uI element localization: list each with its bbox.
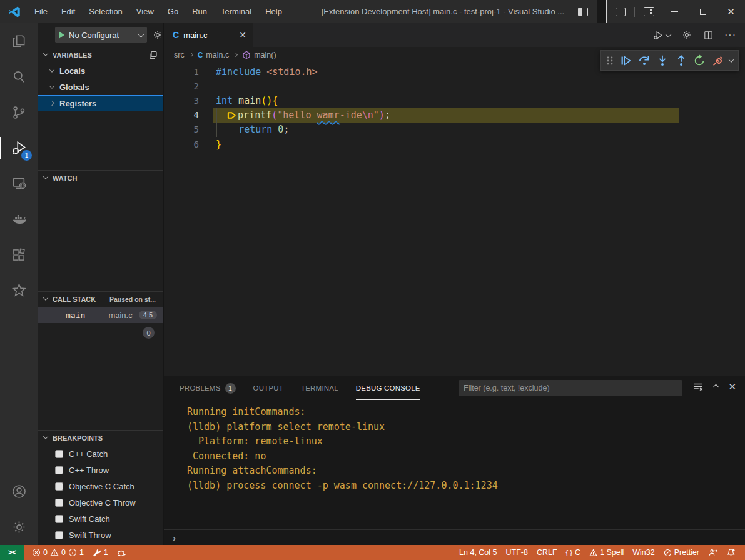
checkbox-unchecked[interactable] bbox=[55, 531, 63, 539]
tab-terminal[interactable]: TERMINAL bbox=[301, 376, 338, 400]
breadcrumb-folder[interactable]: src bbox=[174, 51, 185, 59]
breadcrumb-symbol[interactable]: main() bbox=[254, 51, 276, 59]
formatter-status[interactable]: Prettier bbox=[659, 545, 704, 560]
variables-header[interactable]: VARIABLES bbox=[38, 48, 163, 62]
breakpoint-row-objc-catch[interactable]: Objective C Catch bbox=[38, 478, 163, 494]
tab-problems[interactable]: PROBLEMS 1 bbox=[180, 376, 236, 400]
code-editor[interactable]: 1 #include <stdio.h> 2 3 int main(){ 4 p… bbox=[164, 62, 745, 376]
close-button[interactable]: ✕ bbox=[717, 0, 745, 23]
disconnect-button[interactable] bbox=[711, 54, 725, 68]
tab-close-icon[interactable]: ✕ bbox=[239, 30, 246, 40]
restart-button[interactable] bbox=[692, 54, 706, 68]
problems-label: PROBLEMS bbox=[180, 384, 221, 392]
explorer-icon[interactable] bbox=[0, 23, 38, 59]
copy-icon[interactable] bbox=[148, 50, 158, 60]
eol-indicator[interactable]: CRLF bbox=[532, 545, 562, 560]
search-icon[interactable] bbox=[0, 59, 38, 94]
step-over-button[interactable] bbox=[637, 54, 651, 68]
console-filter-input[interactable] bbox=[459, 380, 682, 396]
line-number[interactable]: 5 bbox=[164, 124, 216, 134]
watch-header[interactable]: WATCH bbox=[38, 171, 163, 186]
menu-selection[interactable]: Selection bbox=[82, 0, 129, 23]
menu-help[interactable]: Help bbox=[258, 0, 289, 23]
debug-console-input[interactable]: › bbox=[164, 529, 745, 545]
cursor-position[interactable]: Ln 4, Col 5 bbox=[455, 545, 501, 560]
remote-indicator[interactable]: >< bbox=[0, 545, 24, 560]
source-control-icon[interactable] bbox=[0, 94, 38, 130]
platform-indicator[interactable]: Win32 bbox=[628, 545, 659, 560]
code-token: ( bbox=[271, 109, 277, 121]
paused-status-label: Paused on st... bbox=[109, 296, 156, 303]
breakpoints-header[interactable]: BREAKPOINTS bbox=[38, 431, 163, 446]
checkbox-unchecked[interactable] bbox=[55, 482, 63, 491]
editor-settings-gear-icon[interactable] bbox=[681, 29, 692, 41]
breakpoint-row-swift-throw[interactable]: Swift Throw bbox=[38, 527, 163, 543]
line-number[interactable]: 4 bbox=[164, 110, 216, 120]
breakpoint-row-objc-throw[interactable]: Objective C Throw bbox=[38, 494, 163, 511]
problems-status[interactable]: 0 0 1 bbox=[28, 545, 88, 560]
run-or-debug-button[interactable] bbox=[652, 29, 671, 41]
run-and-debug-icon[interactable]: 1 bbox=[0, 130, 38, 166]
launch-config-gear-icon[interactable] bbox=[152, 29, 163, 41]
toggle-sidebar-icon[interactable] bbox=[578, 8, 588, 16]
variables-registers-row[interactable]: Registers bbox=[38, 95, 163, 111]
variables-locals-row[interactable]: Locals bbox=[38, 62, 163, 79]
call-stack-header[interactable]: CALL STACK Paused on st... bbox=[38, 292, 163, 307]
checkbox-unchecked[interactable] bbox=[55, 499, 63, 507]
debug-configuration-dropdown[interactable]: No Configurat bbox=[55, 27, 147, 43]
ports-status[interactable]: 1 bbox=[88, 545, 113, 560]
wamr-ide-star-icon[interactable] bbox=[0, 272, 38, 308]
console-line: Platform: remote-linux bbox=[187, 434, 745, 449]
menu-edit[interactable]: Edit bbox=[54, 0, 82, 23]
docker-icon[interactable] bbox=[0, 201, 38, 237]
maximize-panel-icon[interactable] bbox=[713, 384, 719, 390]
menu-file[interactable]: File bbox=[28, 0, 54, 23]
line-number[interactable]: 3 bbox=[164, 96, 216, 106]
editor-group: C main.c ✕ bbox=[164, 23, 745, 545]
toggle-secondary-sidebar-icon[interactable] bbox=[616, 8, 626, 16]
clear-console-icon[interactable] bbox=[692, 381, 704, 392]
step-out-button[interactable] bbox=[674, 54, 688, 68]
stack-frame-row[interactable]: main main.c 4:5 bbox=[38, 307, 163, 323]
menu-go[interactable]: Go bbox=[161, 0, 185, 23]
checkbox-unchecked[interactable] bbox=[55, 466, 63, 474]
line-number[interactable]: 1 bbox=[164, 67, 216, 77]
maximize-button[interactable] bbox=[689, 0, 717, 23]
menu-view[interactable]: View bbox=[129, 0, 161, 23]
breadcrumb-file[interactable]: main.c bbox=[206, 51, 229, 59]
toolbar-drag-handle[interactable] bbox=[606, 56, 614, 66]
encoding-indicator[interactable]: UTF-8 bbox=[502, 545, 532, 560]
breakpoint-row-cpp-throw[interactable]: C++ Throw bbox=[38, 462, 163, 478]
breakpoint-row-cpp-catch[interactable]: C++ Catch bbox=[38, 446, 163, 462]
notifications-bell-icon[interactable] bbox=[722, 545, 740, 560]
tab-main-c[interactable]: C main.c ✕ bbox=[164, 23, 253, 47]
spell-checker-status[interactable]: 1 Spell bbox=[585, 545, 628, 560]
split-editor-icon[interactable] bbox=[703, 30, 714, 41]
tab-output[interactable]: OUTPUT bbox=[253, 376, 283, 400]
checkbox-unchecked[interactable] bbox=[55, 515, 63, 523]
debug-status[interactable] bbox=[113, 545, 131, 560]
feedback-icon[interactable] bbox=[704, 545, 722, 560]
debug-console-output[interactable]: Running initCommands: (lldb) platform se… bbox=[164, 400, 745, 529]
start-debug-icon[interactable] bbox=[59, 31, 64, 39]
language-mode[interactable]: { } C bbox=[562, 545, 585, 560]
settings-gear-icon[interactable] bbox=[0, 509, 38, 545]
breakpoint-row-swift-catch[interactable]: Swift Catch bbox=[38, 511, 163, 527]
tab-debug-console[interactable]: DEBUG CONSOLE bbox=[356, 376, 420, 400]
menu-run[interactable]: Run bbox=[185, 0, 214, 23]
checkbox-unchecked[interactable] bbox=[55, 450, 63, 458]
menu-terminal[interactable]: Terminal bbox=[214, 0, 258, 23]
extensions-icon[interactable] bbox=[0, 237, 38, 272]
customize-layout-icon[interactable] bbox=[644, 7, 654, 16]
line-number[interactable]: 2 bbox=[164, 81, 216, 91]
step-into-button[interactable] bbox=[656, 54, 669, 68]
debug-toolbar-dropdown-icon[interactable] bbox=[729, 57, 734, 62]
variables-globals-row[interactable]: Globals bbox=[38, 79, 163, 95]
close-panel-icon[interactable]: ✕ bbox=[728, 381, 736, 392]
line-number[interactable]: 6 bbox=[164, 139, 216, 149]
remote-explorer-icon[interactable] bbox=[0, 166, 38, 201]
more-actions-icon[interactable]: ··· bbox=[724, 29, 736, 41]
minimize-button[interactable] bbox=[661, 0, 689, 23]
accounts-icon[interactable] bbox=[0, 474, 38, 509]
continue-button[interactable] bbox=[619, 54, 632, 68]
